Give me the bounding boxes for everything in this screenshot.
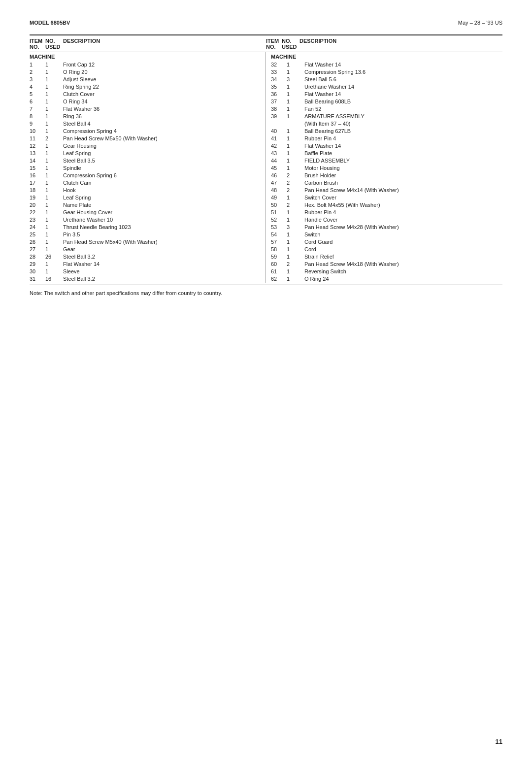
item-no-cell: 52 — [271, 217, 287, 223]
description-cell: Spindle — [63, 165, 261, 171]
no-used-cell: 1 — [287, 246, 304, 252]
no-used-cell: 1 — [45, 202, 63, 208]
item-no-cell: 59 — [271, 254, 287, 260]
description-cell: O Ring 20 — [63, 69, 261, 75]
table-row: 9 1 Steel Ball 4 — [30, 120, 261, 128]
item-no-cell: 33 — [271, 69, 287, 75]
table-row: 61 1 Reversing Switch — [271, 268, 502, 275]
table-row: 5 1 Clutch Cover — [30, 91, 261, 98]
item-no-cell: 45 — [271, 165, 287, 171]
item-no-cell: 42 — [271, 143, 287, 149]
no-used-cell: 2 — [287, 202, 304, 208]
no-used-cell: 1 — [45, 268, 63, 274]
item-no-cell: 48 — [271, 187, 287, 193]
no-used-cell: 1 — [45, 261, 63, 267]
no-used-cell: 16 — [45, 276, 63, 282]
item-no-cell: 35 — [271, 84, 287, 90]
description-cell: Pan Head Screw M4x18 (With Washer) — [304, 261, 502, 267]
table-bottom-border — [30, 285, 502, 285]
no-used-cell: 1 — [287, 84, 304, 90]
table-row: 13 1 Leaf Spring — [30, 150, 261, 157]
table-row: 18 1 Hook — [30, 187, 261, 194]
no-used-cell: 1 — [287, 268, 304, 274]
no-used-cell: 1 — [287, 209, 304, 215]
description-cell: Compression Spring 6 — [63, 172, 261, 178]
table-row: 42 1 Flat Washer 14 — [271, 142, 502, 150]
item-no-cell: 57 — [271, 239, 287, 245]
item-no-cell: 32 — [271, 62, 287, 67]
table-row: 22 1 Gear Housing Cover — [30, 209, 261, 216]
table-row: 45 1 Motor Housing — [271, 165, 502, 172]
no-used-cell: 1 — [45, 62, 63, 67]
table-row: 10 1 Compression Spring 4 — [30, 128, 261, 135]
item-no-cell: 6 — [30, 99, 45, 104]
item-no-cell: 16 — [30, 172, 45, 178]
no-used-cell: 1 — [45, 121, 63, 127]
description-cell: Flat Washer 14 — [304, 91, 502, 97]
table-row: 4 1 Ring Spring 22 — [30, 83, 261, 91]
item-no-cell: 8 — [30, 113, 45, 119]
description-cell: Cord — [304, 246, 502, 252]
table-row: 25 1 Pin 3.5 — [30, 231, 261, 238]
description-cell: Cord Guard — [304, 239, 502, 245]
item-no-cell: 17 — [30, 180, 45, 186]
table-row: 37 1 Ball Bearing 608LB — [271, 98, 502, 105]
no-used-cell: 1 — [287, 143, 304, 149]
item-no-cell: 12 — [30, 143, 45, 149]
description-cell: Leaf Spring — [63, 150, 261, 156]
table-row: 33 1 Compression Spring 13.6 — [271, 68, 502, 76]
item-no-cell: 51 — [271, 209, 287, 215]
item-no-cell: 39 — [271, 113, 287, 119]
table-row: 7 1 Flat Washer 36 — [30, 105, 261, 113]
item-no-cell: 62 — [271, 276, 287, 282]
table-row: 36 1 Flat Washer 14 — [271, 91, 502, 98]
item-no-cell: 1 — [30, 62, 45, 67]
table-row: 39 1 ARMATURE ASSEMBLY — [271, 113, 502, 120]
table-row: 14 1 Steel Ball 3.5 — [30, 157, 261, 165]
description-cell: Pan Head Screw M4x28 (With Washer) — [304, 224, 502, 230]
item-no-cell: 34 — [271, 76, 287, 82]
no-used-cell: 1 — [287, 217, 304, 223]
item-no-cell: 29 — [30, 261, 45, 267]
col-header-item-no-right: ITEMNO. — [266, 38, 282, 50]
description-cell: Steel Ball 5.6 — [304, 76, 502, 82]
item-no-cell: 26 — [30, 239, 45, 245]
item-no-cell: 28 — [30, 254, 45, 260]
description-cell: Carbon Brush — [304, 180, 502, 186]
table-row: 53 3 Pan Head Screw M4x28 (With Washer) — [271, 224, 502, 231]
description-cell: Leaf Spring — [63, 195, 261, 200]
no-used-cell: 2 — [287, 261, 304, 267]
description-cell: Hook — [63, 187, 261, 193]
item-no-cell: 27 — [30, 246, 45, 252]
no-used-cell: 1 — [45, 128, 63, 134]
table-row: 6 1 O Ring 34 — [30, 98, 261, 105]
parts-table: MACHINE 1 1 Front Cap 12 2 1 O Ring 20 3… — [30, 52, 502, 283]
description-cell: Sleeve — [63, 268, 261, 274]
description-cell: ARMATURE ASSEMBLY — [304, 113, 502, 119]
page-number: 11 — [496, 738, 502, 745]
item-no-cell: 25 — [30, 231, 45, 237]
no-used-cell: 1 — [45, 209, 63, 215]
no-used-cell: 1 — [287, 195, 304, 200]
table-row: 38 1 Fan 52 — [271, 105, 502, 113]
item-no-cell: 23 — [30, 217, 45, 223]
description-cell: Compression Spring 4 — [63, 128, 261, 134]
table-row: 17 1 Clutch Cam — [30, 179, 261, 187]
item-no-cell: 20 — [30, 202, 45, 208]
no-used-cell: 1 — [45, 150, 63, 156]
no-used-cell: 1 — [45, 165, 63, 171]
item-no-cell: 58 — [271, 246, 287, 252]
no-used-cell: 1 — [287, 158, 304, 164]
no-used-cell: 1 — [45, 76, 63, 82]
table-row: 46 2 Brush Holder — [271, 172, 502, 179]
description-cell: Front Cap 12 — [63, 62, 261, 67]
table-row: 59 1 Strain Relief — [271, 253, 502, 261]
description-cell: Switch — [304, 231, 502, 237]
no-used-cell: 1 — [287, 113, 304, 119]
item-no-cell: 9 — [30, 121, 45, 127]
table-row: 27 1 Gear — [30, 246, 261, 253]
col-header-no-used-left: NO.USED — [45, 38, 63, 50]
description-cell: Pan Head Screw M5x40 (With Washer) — [63, 239, 261, 245]
description-cell: FIELD ASSEMBLY — [304, 158, 502, 164]
item-no-cell: 5 — [30, 91, 45, 97]
